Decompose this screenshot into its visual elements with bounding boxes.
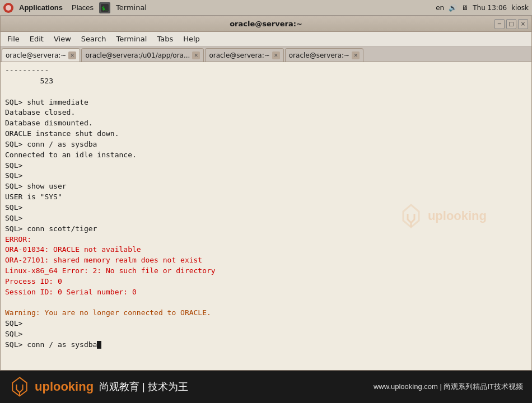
tab-2-label: oracle@servera:~: [209, 51, 269, 59]
svg-text:$_: $_: [102, 6, 108, 11]
menu-bar: File Edit View Search Terminal Tabs Help: [1, 32, 531, 46]
language-indicator: en: [436, 4, 444, 12]
terminal-line-4: Database closed.: [5, 107, 527, 118]
terminal-cursor: [97, 341, 101, 349]
menu-terminal[interactable]: Terminal: [111, 33, 151, 45]
watermark-text: uplooking: [428, 207, 487, 225]
terminal-line-18: ORA-27101: shared memory realm does not …: [5, 255, 527, 266]
user-label: kiosk: [511, 4, 529, 12]
tab-1-close[interactable]: ✕: [192, 51, 200, 59]
tab-3[interactable]: oracle@servera:~ ✕: [285, 48, 363, 62]
tab-0-close[interactable]: ✕: [68, 51, 76, 59]
minimize-button[interactable]: −: [494, 19, 505, 29]
menu-file[interactable]: File: [3, 33, 24, 45]
title-bar: oracle@servera:~ − □ ×: [1, 16, 531, 32]
terminal-menu-label: Terminal: [113, 2, 150, 13]
watermark: uplooking: [398, 203, 487, 229]
banner-url: www.uplooking.com | 尚观系列精品IT技术视频: [374, 382, 523, 392]
tab-1[interactable]: oracle@servera:/u01/app/ora... ✕: [81, 48, 204, 62]
system-bar: Applications Places $_ Terminal en 🔊 🖥 T…: [0, 0, 532, 16]
terminal-content[interactable]: uplooking ---------- 523 SQL> shut immed…: [1, 62, 531, 370]
terminal-line-0: ----------: [5, 65, 527, 76]
terminal-line-6: ORACLE instance shut down.: [5, 129, 527, 139]
terminal-line-19: Linux-x86_64 Error: 2: No such file or d…: [5, 266, 527, 277]
window-title: oracle@servera:~: [230, 20, 302, 28]
tab-1-label: oracle@servera:/u01/app/ora...: [85, 51, 190, 59]
volume-icon: 🔊: [449, 4, 457, 12]
terminal-line-11: SQL> show user: [5, 181, 527, 192]
banner-chinese-text: 尚观教育 | 技术为王: [99, 380, 188, 393]
terminal-line-10: SQL>: [5, 171, 527, 181]
terminal-line-22: [5, 298, 527, 308]
tab-3-label: oracle@servera:~: [289, 51, 349, 59]
banner-logo-area: uplooking: [9, 376, 94, 397]
terminal-line-8: Connected to an idle instance.: [5, 150, 527, 161]
terminal-line-3: SQL> shut immediate: [5, 97, 527, 108]
terminal-line-16: ERROR:: [5, 235, 527, 245]
system-tray: en 🔊 🖥 Thu 13:06 kiosk: [436, 4, 529, 12]
banner-brand-text: uplooking: [35, 379, 94, 394]
terminal-line-17: ORA-01034: ORACLE not available: [5, 245, 527, 255]
terminal-line-7: SQL> conn / as sysdba: [5, 139, 527, 150]
terminal-line-5: Database dismounted.: [5, 118, 527, 129]
maximize-button[interactable]: □: [506, 19, 516, 29]
menu-help[interactable]: Help: [179, 33, 204, 45]
tab-0-label: oracle@servera:~: [6, 51, 66, 59]
tab-2-close[interactable]: ✕: [272, 51, 280, 59]
close-button[interactable]: ×: [518, 19, 528, 29]
tab-2[interactable]: oracle@servera:~ ✕: [205, 48, 283, 62]
clock: Thu 13:06: [473, 4, 507, 12]
terminal-line-2: [5, 87, 527, 97]
terminal-icon: $_: [99, 2, 110, 13]
menu-tabs[interactable]: Tabs: [152, 33, 178, 45]
menu-view[interactable]: View: [49, 33, 76, 45]
terminal-line-24: SQL>: [5, 318, 527, 329]
terminal-window: oracle@servera:~ − □ × File Edit View Se…: [0, 16, 532, 371]
terminal-line-9: SQL>: [5, 161, 527, 171]
terminal-line-21: Session ID: 0 Serial number: 0: [5, 287, 527, 298]
terminal-line-25: SQL>: [5, 329, 527, 340]
svg-point-0: [6, 5, 11, 11]
banner-logo-icon: [9, 376, 30, 397]
places-menu-button[interactable]: Places: [68, 2, 97, 13]
applications-menu-button[interactable]: Applications: [16, 2, 66, 13]
tabs-bar: oracle@servera:~ ✕ oracle@servera:/u01/a…: [1, 46, 531, 62]
menu-search[interactable]: Search: [77, 33, 111, 45]
display-icon: 🖥: [461, 4, 468, 12]
system-icon: [3, 3, 13, 13]
terminal-line-23: Warning: You are no longer connected to …: [5, 308, 527, 318]
menu-edit[interactable]: Edit: [25, 33, 48, 45]
terminal-menu-button[interactable]: $_ Terminal: [99, 2, 150, 13]
tab-0[interactable]: oracle@servera:~ ✕: [2, 48, 80, 62]
terminal-line-20: Process ID: 0: [5, 277, 527, 287]
tab-3-close[interactable]: ✕: [352, 51, 360, 59]
terminal-line-1: 523: [5, 76, 527, 87]
bottom-banner: uplooking 尚观教育 | 技术为王 www.uplooking.com …: [0, 371, 532, 403]
terminal-line-26: SQL> conn / as sysdba: [5, 340, 527, 350]
terminal-line-12: USER is "SYS": [5, 192, 527, 203]
window-controls: − □ ×: [494, 19, 528, 29]
